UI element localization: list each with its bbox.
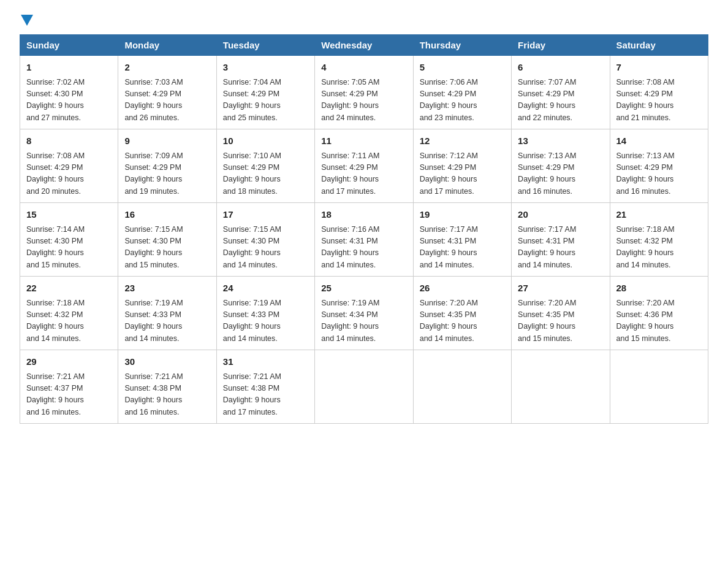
day-number: 12 <box>420 134 505 148</box>
day-info: Sunrise: 7:21 AMSunset: 4:37 PMDaylight:… <box>26 371 112 419</box>
day-info: Sunrise: 7:15 AMSunset: 4:30 PMDaylight:… <box>124 224 210 272</box>
day-number: 14 <box>616 134 702 148</box>
calendar-week-row: 29Sunrise: 7:21 AMSunset: 4:37 PMDayligh… <box>20 350 708 424</box>
calendar-cell: 20Sunrise: 7:17 AMSunset: 4:31 PMDayligh… <box>512 203 610 277</box>
day-info: Sunrise: 7:19 AMSunset: 4:33 PMDaylight:… <box>124 297 210 345</box>
calendar-cell: 6Sunrise: 7:07 AMSunset: 4:29 PMDaylight… <box>512 56 610 129</box>
day-info: Sunrise: 7:13 AMSunset: 4:29 PMDaylight:… <box>518 150 603 198</box>
day-number: 1 <box>26 61 112 75</box>
logo <box>20 15 34 25</box>
calendar-cell: 26Sunrise: 7:20 AMSunset: 4:35 PMDayligh… <box>413 277 511 350</box>
day-info: Sunrise: 7:05 AMSunset: 4:29 PMDaylight:… <box>321 77 406 124</box>
day-number: 22 <box>26 282 112 296</box>
day-number: 18 <box>321 208 406 222</box>
weekday-header-wednesday: Wednesday <box>315 35 413 56</box>
day-number: 9 <box>124 134 210 148</box>
calendar-cell: 8Sunrise: 7:08 AMSunset: 4:29 PMDaylight… <box>20 129 118 203</box>
calendar-cell: 11Sunrise: 7:11 AMSunset: 4:29 PMDayligh… <box>315 129 413 203</box>
day-info: Sunrise: 7:20 AMSunset: 4:35 PMDaylight:… <box>420 297 505 345</box>
calendar-cell: 25Sunrise: 7:19 AMSunset: 4:34 PMDayligh… <box>315 277 413 350</box>
calendar-table: SundayMondayTuesdayWednesdayThursdayFrid… <box>20 34 708 424</box>
weekday-header-saturday: Saturday <box>610 35 708 56</box>
calendar-cell: 10Sunrise: 7:10 AMSunset: 4:29 PMDayligh… <box>216 129 314 203</box>
calendar-cell: 27Sunrise: 7:20 AMSunset: 4:35 PMDayligh… <box>512 277 610 350</box>
day-info: Sunrise: 7:16 AMSunset: 4:31 PMDaylight:… <box>321 224 406 272</box>
day-info: Sunrise: 7:03 AMSunset: 4:29 PMDaylight:… <box>124 77 210 124</box>
day-number: 21 <box>616 208 702 222</box>
weekday-row: SundayMondayTuesdayWednesdayThursdayFrid… <box>20 35 708 56</box>
logo-triangle-icon <box>21 15 33 26</box>
calendar-cell: 1Sunrise: 7:02 AMSunset: 4:30 PMDaylight… <box>20 56 118 129</box>
day-number: 4 <box>321 61 406 75</box>
day-number: 10 <box>223 134 308 148</box>
calendar-week-row: 1Sunrise: 7:02 AMSunset: 4:30 PMDaylight… <box>20 56 708 129</box>
day-info: Sunrise: 7:20 AMSunset: 4:36 PMDaylight:… <box>616 297 702 345</box>
day-number: 17 <box>223 208 308 222</box>
day-info: Sunrise: 7:17 AMSunset: 4:31 PMDaylight:… <box>518 224 603 272</box>
day-info: Sunrise: 7:08 AMSunset: 4:29 PMDaylight:… <box>616 77 702 124</box>
calendar-cell <box>315 350 413 424</box>
day-number: 5 <box>420 61 505 75</box>
day-info: Sunrise: 7:14 AMSunset: 4:30 PMDaylight:… <box>26 224 112 272</box>
day-number: 8 <box>26 134 112 148</box>
day-info: Sunrise: 7:21 AMSunset: 4:38 PMDaylight:… <box>223 371 308 419</box>
svg-marker-0 <box>21 15 33 26</box>
calendar-cell: 14Sunrise: 7:13 AMSunset: 4:29 PMDayligh… <box>610 129 708 203</box>
day-info: Sunrise: 7:02 AMSunset: 4:30 PMDaylight:… <box>26 77 112 124</box>
calendar-week-row: 8Sunrise: 7:08 AMSunset: 4:29 PMDaylight… <box>20 129 708 203</box>
day-number: 6 <box>518 61 603 75</box>
calendar-cell: 24Sunrise: 7:19 AMSunset: 4:33 PMDayligh… <box>216 277 314 350</box>
page-header <box>20 15 708 25</box>
calendar-cell: 7Sunrise: 7:08 AMSunset: 4:29 PMDaylight… <box>610 56 708 129</box>
day-info: Sunrise: 7:07 AMSunset: 4:29 PMDaylight:… <box>518 77 603 124</box>
calendar-cell <box>512 350 610 424</box>
calendar-cell: 18Sunrise: 7:16 AMSunset: 4:31 PMDayligh… <box>315 203 413 277</box>
day-info: Sunrise: 7:08 AMSunset: 4:29 PMDaylight:… <box>26 150 112 198</box>
calendar-cell: 13Sunrise: 7:13 AMSunset: 4:29 PMDayligh… <box>512 129 610 203</box>
day-number: 31 <box>223 355 308 369</box>
calendar-cell: 28Sunrise: 7:20 AMSunset: 4:36 PMDayligh… <box>610 277 708 350</box>
day-number: 7 <box>616 61 702 75</box>
calendar-cell: 21Sunrise: 7:18 AMSunset: 4:32 PMDayligh… <box>610 203 708 277</box>
calendar-cell: 15Sunrise: 7:14 AMSunset: 4:30 PMDayligh… <box>20 203 118 277</box>
logo-blue-area <box>20 15 34 27</box>
day-info: Sunrise: 7:18 AMSunset: 4:32 PMDaylight:… <box>26 297 112 345</box>
day-info: Sunrise: 7:15 AMSunset: 4:30 PMDaylight:… <box>223 224 308 272</box>
calendar-cell: 16Sunrise: 7:15 AMSunset: 4:30 PMDayligh… <box>118 203 216 277</box>
calendar-cell: 19Sunrise: 7:17 AMSunset: 4:31 PMDayligh… <box>413 203 511 277</box>
weekday-header-thursday: Thursday <box>413 35 511 56</box>
day-info: Sunrise: 7:18 AMSunset: 4:32 PMDaylight:… <box>616 224 702 272</box>
day-number: 2 <box>124 61 210 75</box>
day-info: Sunrise: 7:12 AMSunset: 4:29 PMDaylight:… <box>420 150 505 198</box>
calendar-cell <box>610 350 708 424</box>
day-number: 19 <box>420 208 505 222</box>
calendar-cell: 12Sunrise: 7:12 AMSunset: 4:29 PMDayligh… <box>413 129 511 203</box>
day-number: 28 <box>616 282 702 296</box>
day-info: Sunrise: 7:20 AMSunset: 4:35 PMDaylight:… <box>518 297 603 345</box>
day-info: Sunrise: 7:11 AMSunset: 4:29 PMDaylight:… <box>321 150 406 198</box>
calendar-cell: 9Sunrise: 7:09 AMSunset: 4:29 PMDaylight… <box>118 129 216 203</box>
day-info: Sunrise: 7:10 AMSunset: 4:29 PMDaylight:… <box>223 150 308 198</box>
day-info: Sunrise: 7:06 AMSunset: 4:29 PMDaylight:… <box>420 77 505 124</box>
day-number: 30 <box>124 355 210 369</box>
calendar-cell: 17Sunrise: 7:15 AMSunset: 4:30 PMDayligh… <box>216 203 314 277</box>
calendar-cell: 2Sunrise: 7:03 AMSunset: 4:29 PMDaylight… <box>118 56 216 129</box>
calendar-cell: 3Sunrise: 7:04 AMSunset: 4:29 PMDaylight… <box>216 56 314 129</box>
calendar-cell: 4Sunrise: 7:05 AMSunset: 4:29 PMDaylight… <box>315 56 413 129</box>
day-number: 29 <box>26 355 112 369</box>
weekday-header-sunday: Sunday <box>20 35 118 56</box>
day-number: 11 <box>321 134 406 148</box>
calendar-header: SundayMondayTuesdayWednesdayThursdayFrid… <box>20 35 708 56</box>
calendar-body: 1Sunrise: 7:02 AMSunset: 4:30 PMDaylight… <box>20 56 708 424</box>
weekday-header-tuesday: Tuesday <box>216 35 314 56</box>
calendar-cell: 23Sunrise: 7:19 AMSunset: 4:33 PMDayligh… <box>118 277 216 350</box>
day-info: Sunrise: 7:09 AMSunset: 4:29 PMDaylight:… <box>124 150 210 198</box>
day-number: 16 <box>124 208 210 222</box>
calendar-week-row: 15Sunrise: 7:14 AMSunset: 4:30 PMDayligh… <box>20 203 708 277</box>
day-info: Sunrise: 7:21 AMSunset: 4:38 PMDaylight:… <box>124 371 210 419</box>
day-number: 24 <box>223 282 308 296</box>
day-number: 27 <box>518 282 603 296</box>
calendar-cell: 22Sunrise: 7:18 AMSunset: 4:32 PMDayligh… <box>20 277 118 350</box>
day-number: 26 <box>420 282 505 296</box>
calendar-cell: 30Sunrise: 7:21 AMSunset: 4:38 PMDayligh… <box>118 350 216 424</box>
